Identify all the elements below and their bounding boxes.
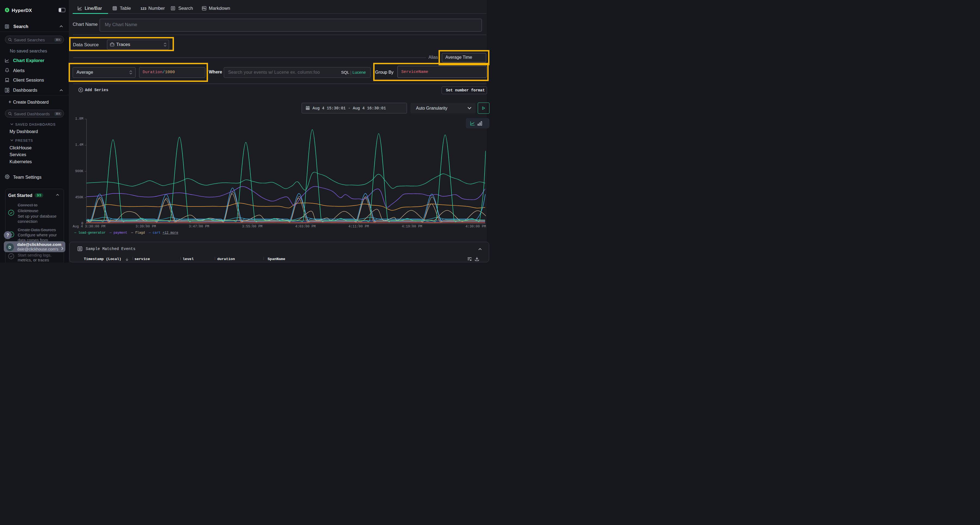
svg-text:3:55:00 PM: 3:55:00 PM [242, 225, 262, 228]
svg-text:4:30:00 PM: 4:30:00 PM [466, 225, 486, 228]
svg-text:1.4M: 1.4M [75, 143, 83, 147]
svg-text:450K: 450K [75, 195, 84, 199]
svg-text:Aug 4 3:30:00 PM: Aug 4 3:30:00 PM [73, 225, 105, 228]
svg-text:1.8M: 1.8M [75, 117, 83, 121]
svg-text:4:03:00 PM: 4:03:00 PM [295, 225, 315, 228]
svg-text:4:11:00 PM: 4:11:00 PM [348, 225, 369, 228]
svg-text:3:47:00 PM: 3:47:00 PM [189, 225, 209, 228]
svg-text:900K: 900K [75, 170, 84, 173]
svg-text:3:39:00 PM: 3:39:00 PM [135, 225, 156, 228]
svg-text:4:19:00 PM: 4:19:00 PM [402, 225, 422, 228]
